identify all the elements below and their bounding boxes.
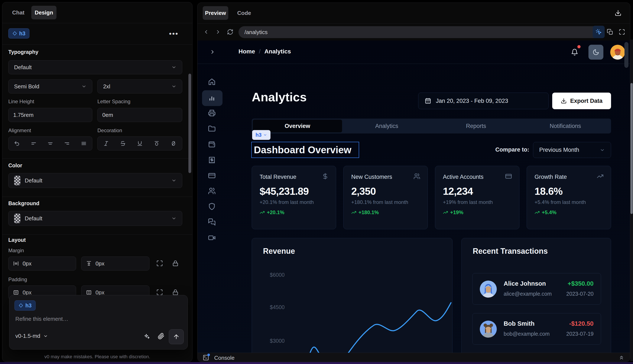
download-icon: [561, 98, 567, 104]
font-weight-select[interactable]: Semi Bold: [8, 80, 92, 94]
compare-label: Compare to:: [470, 146, 529, 153]
export-data-button[interactable]: Export Data: [552, 92, 611, 109]
chevron-down-icon: [171, 216, 176, 221]
preview-scrollbar[interactable]: [624, 42, 628, 68]
align-left-icon[interactable]: [31, 140, 37, 146]
console-bar[interactable]: Console: [197, 353, 630, 362]
tab-notifications[interactable]: Notifications: [521, 120, 610, 132]
back-icon[interactable]: [203, 29, 209, 35]
refine-input[interactable]: Refine this element…: [15, 316, 68, 322]
window-scrollbar-thumb[interactable]: [630, 83, 633, 214]
transaction-row[interactable]: Bob Smith bob@example.com -$120.50 2023-…: [472, 313, 601, 345]
tab-chat[interactable]: Chat: [12, 9, 25, 16]
sidebar-item-files[interactable]: [208, 125, 217, 133]
transaction-row[interactable]: Alice Johnson alice@example.com +$350.00…: [472, 273, 601, 304]
copy-window-icon[interactable]: [607, 29, 613, 35]
sidebar-item-receipts[interactable]: [208, 156, 217, 165]
sidebar-item-print[interactable]: [208, 109, 217, 118]
font-select[interactable]: Default: [8, 60, 182, 74]
refine-element-badge[interactable]: h3: [15, 300, 36, 310]
element-tag-badge[interactable]: h3: [252, 130, 271, 140]
background-select[interactable]: Default: [8, 211, 182, 226]
wallet-icon: [208, 140, 216, 148]
stat-card-active-accounts: Active Accounts 12,234 +19% from last mo…: [435, 166, 519, 229]
tab-design[interactable]: Design: [31, 6, 57, 19]
chevron-down-icon: [43, 334, 48, 338]
slashed-zero-icon[interactable]: [170, 140, 176, 146]
attach-file-icon[interactable]: [158, 333, 164, 340]
chevron-down-icon: [171, 84, 176, 89]
sidebar-item-security[interactable]: [208, 203, 217, 211]
align-center-icon[interactable]: [47, 140, 53, 146]
credit-card-icon: [505, 173, 512, 180]
avatar[interactable]: [610, 45, 625, 60]
sidebar-toggle-icon[interactable]: [209, 49, 216, 55]
alignment-label: Alignment: [8, 128, 31, 134]
italic-icon[interactable]: [103, 140, 109, 146]
revenue-chart-card: Revenue $6000 $4500 $3000: [252, 238, 453, 353]
breadcrumb-home[interactable]: Home: [239, 48, 255, 55]
more-options-icon[interactable]: •••: [169, 30, 179, 38]
notifications-bell-icon[interactable]: [571, 48, 578, 56]
amount-debit: -$120.50: [569, 320, 594, 327]
users-icon: [208, 187, 216, 195]
bar-chart-icon: [208, 94, 216, 102]
tab-code[interactable]: Code: [237, 10, 251, 16]
dashboard-tabs: Overview Analytics Reports Notifications: [252, 118, 611, 134]
selected-element-badge[interactable]: h3: [8, 28, 30, 38]
inspect-cursor-icon[interactable]: [593, 26, 605, 38]
selected-heading-outline[interactable]: Dashboard Overview: [251, 142, 359, 158]
letter-spacing-input[interactable]: 0em: [97, 108, 182, 122]
tab-analytics[interactable]: Analytics: [342, 120, 431, 132]
undo-icon[interactable]: [14, 140, 20, 146]
download-icon[interactable]: [615, 10, 621, 16]
tab-preview[interactable]: Preview: [203, 6, 228, 20]
sidebar-item-users[interactable]: [208, 187, 217, 196]
recent-transactions-card: Recent Transactions Alice Johnson alice@…: [462, 238, 611, 353]
stat-card-growth-rate: Growth Rate 18.6% +5.4% from last month …: [527, 166, 611, 229]
padding-lock-icon[interactable]: [172, 289, 179, 296]
breadcrumb-current: Analytics: [265, 48, 291, 55]
sidebar-item-analytics[interactable]: [208, 94, 217, 102]
sidebar-item-messages[interactable]: [208, 218, 217, 227]
expand-console-icon[interactable]: [618, 355, 624, 360]
margin-y-input[interactable]: 0px: [81, 256, 149, 270]
padding-label: Padding: [8, 276, 27, 282]
forward-icon[interactable]: [215, 29, 221, 35]
margin-lock-icon[interactable]: [172, 260, 179, 267]
submit-prompt-button[interactable]: [169, 329, 184, 344]
trending-up-icon: [597, 173, 603, 180]
align-justify-icon[interactable]: [81, 140, 87, 146]
tab-reports[interactable]: Reports: [431, 120, 521, 132]
margin-x-input[interactable]: 0px: [8, 256, 76, 270]
transparent-swatch-icon: [14, 176, 21, 186]
receipt-icon: [208, 156, 216, 164]
overline-icon[interactable]: [154, 140, 160, 146]
chevron-down-icon: [171, 65, 176, 70]
font-size-select[interactable]: 2xl: [97, 80, 182, 94]
sidebar-item-video[interactable]: [208, 234, 217, 242]
trending-up-icon: [443, 210, 448, 215]
left-panel-scrollbar[interactable]: [188, 74, 191, 173]
dark-mode-toggle[interactable]: [588, 45, 603, 60]
console-icon: [203, 354, 209, 361]
margin-expand-icon[interactable]: [156, 260, 163, 267]
align-right-icon[interactable]: [64, 140, 70, 146]
address-bar[interactable]: /analytics: [239, 26, 601, 38]
padding-expand-icon[interactable]: [156, 289, 163, 296]
date-range-picker[interactable]: Jan 20, 2023 - Feb 09, 2023: [418, 92, 549, 109]
fullscreen-icon[interactable]: [619, 29, 625, 35]
color-select[interactable]: Default: [8, 173, 182, 188]
enhance-prompt-icon[interactable]: [144, 333, 150, 340]
line-height-input[interactable]: 1.75rem: [8, 108, 92, 122]
arrow-up-icon: [173, 333, 180, 340]
sidebar-item-home[interactable]: [208, 78, 217, 86]
sidebar-item-cards[interactable]: [208, 172, 217, 180]
model-selector[interactable]: v0-1.5-md: [15, 333, 48, 339]
refresh-icon[interactable]: [227, 29, 233, 35]
strikethrough-icon[interactable]: [120, 140, 126, 146]
compare-select[interactable]: Previous Month: [533, 142, 611, 158]
bottom-accent-strip: [0, 362, 633, 364]
underline-icon[interactable]: [137, 140, 143, 146]
sidebar-item-wallet[interactable]: [208, 140, 217, 149]
